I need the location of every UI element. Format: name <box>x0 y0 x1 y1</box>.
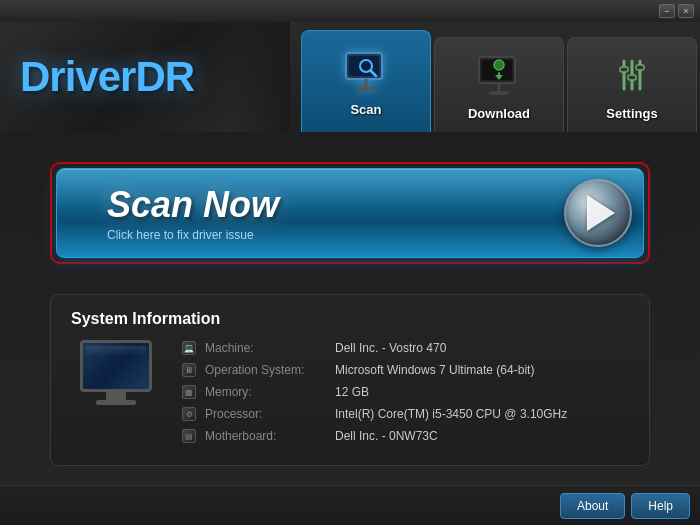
sys-info-title: System Information <box>71 310 629 328</box>
arrow-circle <box>564 179 632 247</box>
monitor-stand <box>106 392 126 400</box>
close-button[interactable]: × <box>678 4 694 18</box>
motherboard-label: Motherboard: <box>205 429 335 443</box>
scan-button-wrapper[interactable]: Scan Now Click here to fix driver issue <box>50 162 650 264</box>
sys-info-rows: 💻 Machine: Dell Inc. - Vostro 470 🖥 Oper… <box>181 340 629 450</box>
settings-tab-icon <box>607 50 657 100</box>
machine-value: Dell Inc. - Vostro 470 <box>335 341 446 355</box>
table-row: 💻 Machine: Dell Inc. - Vostro 470 <box>181 340 629 356</box>
logo-area: DriverDR <box>0 22 290 132</box>
scan-tab-icon <box>341 46 391 96</box>
scan-btn-title: Scan Now <box>107 184 553 226</box>
sys-info-content: 💻 Machine: Dell Inc. - Vostro 470 🖥 Oper… <box>71 340 629 450</box>
motherboard-icon: ▤ <box>181 428 197 444</box>
about-button[interactable]: About <box>560 493 625 519</box>
scan-btn-arrow <box>553 168 643 258</box>
scan-now-button[interactable]: Scan Now Click here to fix driver issue <box>56 168 644 258</box>
monitor-screen <box>80 340 152 392</box>
arrow-icon <box>587 195 615 231</box>
memory-icon: ▦ <box>181 384 197 400</box>
system-info-section: System Information 💻 Machine: Dell I <box>50 294 650 466</box>
memory-value: 12 GB <box>335 385 369 399</box>
tab-scan-label: Scan <box>350 102 381 117</box>
cpu-value: Intel(R) Core(TM) i5-3450 CPU @ 3.10GHz <box>335 407 567 421</box>
monitor-base <box>96 400 136 405</box>
main-container: DriverDR Scan <box>0 22 700 525</box>
table-row: ▤ Motherboard: Dell Inc. - 0NW73C <box>181 428 629 444</box>
svg-rect-17 <box>628 75 636 80</box>
tab-download-label: Download <box>468 106 530 121</box>
table-row: 🖥 Operation System: Microsoft Windows 7 … <box>181 362 629 378</box>
svg-rect-18 <box>636 65 644 70</box>
svg-rect-16 <box>620 67 628 72</box>
os-label: Operation System: <box>205 363 335 377</box>
title-bar: − × <box>0 0 700 22</box>
tab-settings[interactable]: Settings <box>567 37 697 132</box>
monitor-icon <box>71 340 161 415</box>
svg-rect-9 <box>489 91 509 95</box>
scan-btn-subtitle: Click here to fix driver issue <box>107 228 553 242</box>
memory-label: Memory: <box>205 385 335 399</box>
header: DriverDR Scan <box>0 22 700 132</box>
cpu-label: Processor: <box>205 407 335 421</box>
scan-btn-text: Scan Now Click here to fix driver issue <box>57 184 553 242</box>
tab-settings-label: Settings <box>606 106 657 121</box>
table-row: ▦ Memory: 12 GB <box>181 384 629 400</box>
bottom-bar: About Help <box>0 485 700 525</box>
help-button[interactable]: Help <box>631 493 690 519</box>
machine-label: Machine: <box>205 341 335 355</box>
download-tab-icon <box>474 50 524 100</box>
os-value: Microsoft Windows 7 Ultimate (64-bit) <box>335 363 534 377</box>
svg-point-10 <box>494 60 504 70</box>
tab-download[interactable]: Download <box>434 37 564 132</box>
motherboard-value: Dell Inc. - 0NW73C <box>335 429 438 443</box>
tab-scan[interactable]: Scan <box>301 30 431 132</box>
table-row: ⚙ Processor: Intel(R) Core(TM) i5-3450 C… <box>181 406 629 422</box>
machine-icon: 💻 <box>181 340 197 356</box>
minimize-button[interactable]: − <box>659 4 675 18</box>
os-icon: 🖥 <box>181 362 197 378</box>
nav-tabs: Scan Download <box>301 22 700 132</box>
svg-rect-3 <box>356 87 376 91</box>
cpu-icon: ⚙ <box>181 406 197 422</box>
app-logo: DriverDR <box>20 53 194 101</box>
content-area: Scan Now Click here to fix driver issue … <box>0 132 700 496</box>
